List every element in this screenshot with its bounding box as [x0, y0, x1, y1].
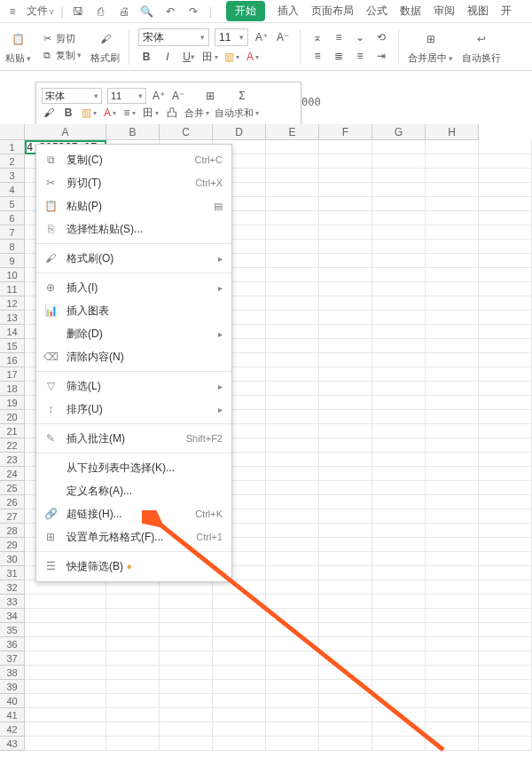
- cell[interactable]: [372, 637, 426, 651]
- cell[interactable]: [372, 467, 426, 481]
- cell[interactable]: [319, 339, 372, 353]
- cell[interactable]: [266, 154, 319, 169]
- row-header[interactable]: 24: [0, 467, 25, 481]
- col-header-d[interactable]: D: [213, 124, 266, 140]
- bold-button[interactable]: B: [138, 49, 154, 65]
- cell[interactable]: [266, 169, 319, 183]
- ctx-define-name[interactable]: 定义名称(A)...: [36, 479, 231, 502]
- cell[interactable]: [372, 495, 426, 509]
- row-header[interactable]: 30: [0, 552, 25, 566]
- save-icon[interactable]: 🖫: [71, 4, 85, 19]
- cell[interactable]: [372, 367, 426, 382]
- row-header[interactable]: 31: [0, 566, 25, 580]
- cell[interactable]: [319, 524, 372, 538]
- cell[interactable]: [479, 524, 532, 538]
- cell[interactable]: [160, 623, 213, 637]
- cell[interactable]: [479, 438, 532, 453]
- cell[interactable]: [266, 240, 319, 254]
- underline-button[interactable]: U▾: [181, 49, 197, 65]
- cell[interactable]: [479, 197, 532, 211]
- cell[interactable]: [160, 722, 213, 737]
- cell[interactable]: [372, 566, 426, 580]
- cell[interactable]: [372, 651, 426, 666]
- cell[interactable]: [426, 367, 479, 382]
- cell[interactable]: [213, 637, 266, 651]
- col-header-e[interactable]: E: [266, 124, 319, 140]
- row-header[interactable]: 19: [0, 396, 25, 410]
- row-header[interactable]: 38: [0, 666, 25, 680]
- cell[interactable]: [160, 637, 213, 651]
- cell[interactable]: [372, 197, 426, 211]
- cell[interactable]: [266, 140, 319, 154]
- cell[interactable]: [479, 282, 532, 296]
- cell[interactable]: [426, 609, 479, 623]
- cell[interactable]: [213, 722, 266, 737]
- row-header[interactable]: 36: [0, 637, 25, 651]
- row-header[interactable]: 11: [0, 282, 25, 296]
- cell[interactable]: [479, 325, 532, 339]
- ctx-insert[interactable]: ⊕插入(I): [36, 276, 231, 299]
- cell[interactable]: [372, 396, 426, 410]
- cell[interactable]: [479, 240, 532, 254]
- cell[interactable]: [372, 282, 426, 296]
- cell[interactable]: [266, 637, 319, 651]
- cell[interactable]: [372, 595, 426, 609]
- cell[interactable]: [319, 566, 372, 580]
- cell[interactable]: [479, 467, 532, 481]
- cell[interactable]: [372, 708, 426, 722]
- cell[interactable]: [372, 339, 426, 353]
- cell[interactable]: [426, 495, 479, 509]
- mini-size-select[interactable]: 11▾: [107, 88, 146, 104]
- cell[interactable]: [372, 410, 426, 424]
- mini-autosum-icon[interactable]: Σ: [235, 89, 249, 103]
- cell[interactable]: [213, 680, 266, 694]
- cell[interactable]: [266, 282, 319, 296]
- cell[interactable]: [266, 211, 319, 225]
- row-header[interactable]: 7: [0, 225, 25, 240]
- cell[interactable]: [319, 708, 372, 722]
- cell[interactable]: [319, 197, 372, 211]
- col-header-c[interactable]: C: [160, 124, 213, 140]
- fill-color-button[interactable]: ▥: [223, 49, 239, 65]
- row-header[interactable]: 26: [0, 495, 25, 509]
- select-all-corner[interactable]: [0, 124, 25, 140]
- cell[interactable]: [266, 708, 319, 722]
- align-right-icon[interactable]: ≡: [352, 48, 368, 64]
- cell[interactable]: [319, 694, 372, 708]
- undo-icon[interactable]: ↶: [163, 4, 177, 19]
- cell[interactable]: [372, 311, 426, 325]
- row-header[interactable]: 20: [0, 410, 25, 424]
- cell[interactable]: [319, 453, 372, 467]
- row-header[interactable]: 37: [0, 651, 25, 666]
- cell[interactable]: [372, 737, 426, 751]
- cell[interactable]: [372, 353, 426, 367]
- cell[interactable]: [426, 595, 479, 609]
- cell[interactable]: [426, 211, 479, 225]
- cell[interactable]: [372, 240, 426, 254]
- cell[interactable]: [479, 453, 532, 467]
- cell[interactable]: [319, 169, 372, 183]
- font-color-button[interactable]: A: [245, 49, 261, 65]
- cell[interactable]: [319, 722, 372, 737]
- file-menu[interactable]: 文件 v: [27, 4, 54, 19]
- cell[interactable]: [266, 183, 319, 197]
- cell[interactable]: [426, 183, 479, 197]
- cell[interactable]: [426, 353, 479, 367]
- cell[interactable]: [372, 140, 426, 154]
- tab-data[interactable]: 数据: [400, 2, 421, 20]
- cell[interactable]: [319, 623, 372, 637]
- row-header[interactable]: 15: [0, 339, 25, 353]
- col-header-b[interactable]: B: [106, 124, 160, 140]
- format-painter-group[interactable]: 🖌 格式刷: [90, 28, 120, 65]
- indent-icon[interactable]: ⇥: [373, 48, 389, 64]
- cell[interactable]: [25, 666, 106, 680]
- cell[interactable]: [426, 424, 479, 438]
- align-bottom-icon[interactable]: ⌄: [352, 29, 368, 45]
- cell[interactable]: [479, 666, 532, 680]
- cell[interactable]: [160, 708, 213, 722]
- cell[interactable]: [160, 737, 213, 751]
- cell[interactable]: [213, 595, 266, 609]
- cell[interactable]: [266, 268, 319, 282]
- cell[interactable]: [106, 637, 160, 651]
- cell[interactable]: [266, 367, 319, 382]
